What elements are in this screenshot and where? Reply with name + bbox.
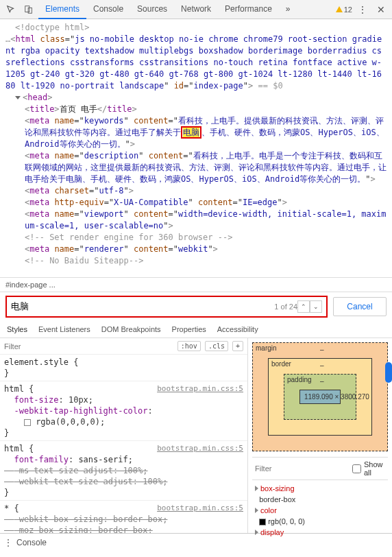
kebab-icon[interactable]: ⋮ xyxy=(4,538,12,547)
search-count: 1 of 24 xyxy=(274,303,297,311)
source-link[interactable]: bootstrap.min.css:5 xyxy=(157,383,243,394)
subtab-props[interactable]: Properties xyxy=(172,325,206,333)
tab-sources[interactable]: Sources xyxy=(130,0,174,19)
breadcrumb[interactable]: #index-page ... xyxy=(0,277,392,292)
comment-baidu[interactable]: <!-- No Baidu Siteapp--> xyxy=(5,255,387,267)
box-model[interactable]: margin – border – padding – 1189.090 × 3… xyxy=(252,342,388,451)
tab-overflow[interactable]: » xyxy=(279,0,297,19)
source-link[interactable]: bootstrap.min.css:5 xyxy=(157,443,243,454)
meta-charset[interactable]: <meta charset="utf-8"> xyxy=(5,185,387,197)
subtab-dombp[interactable]: DOM Breakpoints xyxy=(101,325,161,333)
tab-network[interactable]: Network xyxy=(174,0,218,19)
warning-count: 12 xyxy=(344,5,352,14)
selector: element.style { xyxy=(4,357,243,368)
doctype: <!doctype html> xyxy=(5,22,387,34)
subtab-listeners[interactable]: Event Listeners xyxy=(38,325,90,333)
expand-icon[interactable] xyxy=(255,530,258,535)
dom-tree[interactable]: <!doctype html> …<html class="js no-mobi… xyxy=(0,19,392,277)
border-label: border xyxy=(271,360,291,368)
html-element[interactable]: …<html class="js no-mobile desktop no-ie… xyxy=(5,34,387,92)
margin-label: margin xyxy=(256,344,277,352)
cancel-button[interactable]: Cancel xyxy=(333,297,387,316)
viewport-val: width=device-width, initial-scale=1, max… xyxy=(25,209,386,230)
add-rule-icon[interactable]: + xyxy=(232,341,243,351)
expand-icon[interactable] xyxy=(255,486,258,491)
close-icon[interactable]: ✕ xyxy=(373,4,389,15)
source-link[interactable]: bootstrap.min.css:5 xyxy=(157,503,243,514)
title-element[interactable]: <title>首页 电手</title> xyxy=(5,104,387,115)
swatch-icon xyxy=(259,519,266,525)
svg-rect-0 xyxy=(25,5,29,12)
show-all-label: Show all xyxy=(364,460,385,477)
meta-xua[interactable]: <meta http-equiv="X-UA-Compatible" conte… xyxy=(5,197,387,209)
title-text: 首页 电手 xyxy=(60,104,97,114)
expand-icon[interactable] xyxy=(255,508,258,513)
meta-viewport[interactable]: <meta name="viewport" content="width=dev… xyxy=(5,209,387,232)
hov-button[interactable]: :hov xyxy=(177,341,201,351)
device-icon[interactable] xyxy=(21,1,37,18)
content-dims: 1189.090 × 3800.270 xyxy=(299,390,341,404)
search-next-icon[interactable]: ⌄ xyxy=(310,300,322,313)
caret-down-icon xyxy=(15,96,21,99)
search-wrap: 1 of 24 ⌃ ⌄ xyxy=(5,296,328,318)
computed-filter-row: Show all xyxy=(252,457,388,480)
lower-panes: :hov .cls + element.style { } bootstrap.… xyxy=(0,338,392,533)
warning-badge[interactable]: 12 xyxy=(336,5,352,14)
tab-elements[interactable]: Elements xyxy=(38,0,86,19)
styles-pane: :hov .cls + element.style { } bootstrap.… xyxy=(0,338,248,533)
rule-html-1[interactable]: bootstrap.min.css:5 html { font-size: 10… xyxy=(0,381,247,441)
styles-filter-input[interactable] xyxy=(4,342,173,351)
tab-performance[interactable]: Performance xyxy=(218,0,279,19)
charset-val: utf-8 xyxy=(99,186,123,195)
desc-text: 看科技，上电手。电手是一个专注于科技、数码和互联网领域的网站，这里提供最新的科技… xyxy=(25,151,387,184)
rule-star[interactable]: bootstrap.min.css:5 * { -webkit-box-sizi… xyxy=(0,501,247,533)
subtab-styles[interactable]: Styles xyxy=(7,325,27,333)
panel-tabs: Elements Console Sources Network Perform… xyxy=(38,0,334,19)
xua-val: IE=edge xyxy=(243,198,278,207)
computed-props: box-sizing border-box color rgb(0, 0, 0)… xyxy=(252,483,388,538)
scrollbar[interactable] xyxy=(385,362,392,383)
search-bar: 1 of 24 ⌃ ⌄ Cancel xyxy=(0,292,392,321)
meta-description[interactable]: <meta name="description" content="看科技，上电… xyxy=(5,150,387,185)
comment-render[interactable]: <!-- Set render engine for 360 browser -… xyxy=(5,232,387,244)
meta-keywords[interactable]: <meta name="keywords" content="看科技，上电手。提… xyxy=(5,115,387,150)
cls-button[interactable]: .cls xyxy=(205,341,228,351)
computed-pane: margin – border – padding – 1189.090 × 3… xyxy=(248,338,392,533)
head-element[interactable]: <head> xyxy=(5,92,387,104)
html-id: index-page xyxy=(194,81,243,91)
selection-marker: == $0 xyxy=(253,81,282,91)
tab-console[interactable]: Console xyxy=(86,0,130,19)
swatch-icon[interactable] xyxy=(24,419,31,426)
padding-label: padding xyxy=(287,376,312,383)
search-prev-icon[interactable]: ⌃ xyxy=(297,300,310,313)
subtab-a11y[interactable]: Accessibility xyxy=(217,325,258,333)
kebab-icon[interactable]: ⋮ xyxy=(354,4,371,15)
devtools-toolbar: Elements Console Sources Network Perform… xyxy=(0,0,392,19)
styles-tabs: Styles Event Listeners DOM Breakpoints P… xyxy=(0,321,392,338)
inspect-icon[interactable] xyxy=(3,1,19,18)
drawer-console-tab[interactable]: Console xyxy=(16,538,47,547)
styles-filter-row: :hov .cls + xyxy=(0,338,247,355)
rule-element-style[interactable]: element.style { } xyxy=(0,355,247,381)
warning-icon xyxy=(336,6,343,12)
show-all-checkbox[interactable] xyxy=(352,464,361,473)
rule-html-2[interactable]: bootstrap.min.css:5 html { font-family: … xyxy=(0,441,247,501)
computed-filter-input[interactable] xyxy=(255,464,350,473)
search-input[interactable] xyxy=(11,302,274,312)
renderer-val: webkit xyxy=(178,244,208,254)
search-highlight: 电脑 xyxy=(183,128,199,137)
meta-renderer[interactable]: <meta name="renderer" content="webkit"> xyxy=(5,244,387,255)
svg-rect-1 xyxy=(28,8,32,13)
